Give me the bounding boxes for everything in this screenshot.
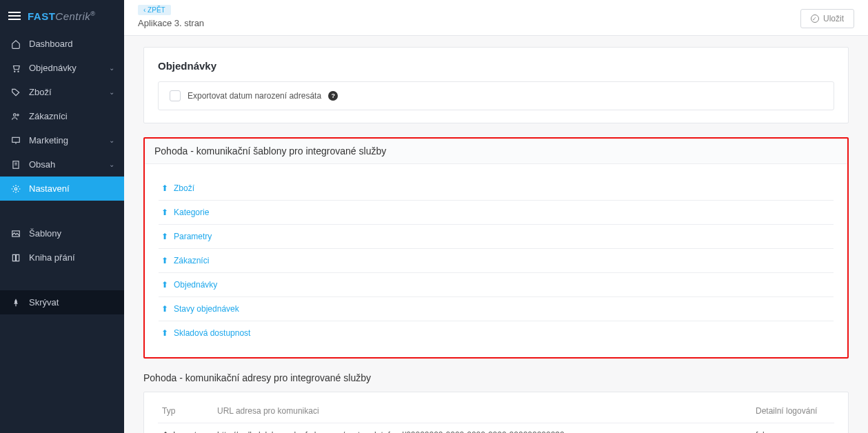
nav-item-marketing[interactable]: Marketing ⌄: [0, 128, 124, 152]
svg-point-3: [17, 114, 19, 115]
svg-point-6: [14, 188, 17, 190]
template-link-stavy[interactable]: ⬆Stavy objednávek: [159, 297, 834, 321]
table-row: ⬆ Import http://radkalalalegerska.fcdemo…: [158, 423, 834, 434]
export-birthdate-row: Exportovat datum narození adresáta ?: [158, 81, 834, 110]
orders-card: Objednávky Exportovat datum narození adr…: [143, 47, 849, 123]
nav-item-kniha-prani[interactable]: Kniha přání: [0, 245, 124, 270]
chevron-down-icon: ⌄: [109, 161, 114, 168]
upload-icon: ⬆: [161, 304, 168, 314]
chevron-down-icon: ⌄: [109, 137, 114, 144]
nav-item-nastaveni[interactable]: Nastavení: [0, 177, 124, 201]
upload-icon: ⬆: [161, 280, 168, 290]
template-link-objednavky[interactable]: ⬆Objednávky: [159, 273, 834, 297]
templates-card: Pohoda - komunikační šablony pro integro…: [143, 137, 849, 359]
template-link-zakaznici[interactable]: ⬆Zákazníci: [159, 249, 834, 273]
nav-item-sablony[interactable]: Šablony: [0, 221, 124, 245]
gear-icon: [10, 184, 22, 194]
tag-icon: [10, 88, 22, 97]
template-link-skladova[interactable]: ⬆Skladová dostupnost: [159, 321, 834, 345]
upload-icon: ⬆: [161, 328, 168, 338]
addresses-table: Typ URL adresa pro komunikaci Detailní l…: [158, 399, 834, 433]
users-icon: [10, 112, 22, 121]
home-icon: [10, 39, 22, 49]
nav-item-obsah[interactable]: Obsah ⌄: [0, 152, 124, 177]
nav-item-zakaznici[interactable]: Zákazníci: [0, 104, 124, 128]
addresses-title: Pohoda - komunikační adresy pro integrov…: [143, 372, 849, 383]
template-link-zbozi[interactable]: ⬆Zboží: [159, 177, 834, 201]
col-url: URL adresa pro komunikaci: [213, 399, 751, 423]
info-icon[interactable]: ?: [328, 91, 338, 101]
template-link-kategorie[interactable]: ⬆Kategorie: [159, 201, 834, 225]
menu-toggle-icon[interactable]: [8, 10, 21, 22]
addresses-card: Typ URL adresa pro komunikaci Detailní l…: [143, 392, 849, 433]
svg-point-1: [18, 71, 19, 72]
upload-icon: ⬆: [162, 430, 169, 433]
templates-title: Pohoda - komunikační šablony pro integro…: [145, 139, 847, 164]
col-typ: Typ: [158, 399, 213, 423]
export-birthdate-label: Exportovat datum narození adresáta: [188, 91, 321, 101]
upload-icon: ⬆: [161, 183, 168, 193]
upload-icon: ⬆: [161, 208, 168, 217]
sidebar-header: FASTCentrik®: [0, 0, 124, 32]
upload-icon: ⬆: [161, 232, 168, 241]
topbar: ‹ ZPĚT Aplikace 3. stran ✓ Uložit: [124, 0, 868, 36]
logo: FASTCentrik®: [28, 10, 96, 22]
svg-rect-4: [12, 137, 20, 142]
chevron-down-icon: ⌄: [109, 64, 114, 72]
template-link-parametry[interactable]: ⬆Parametry: [159, 225, 834, 249]
nav-item-dashboard[interactable]: Dashboard: [0, 32, 124, 56]
nav-item-skryvat[interactable]: Skrývat: [0, 290, 124, 314]
book-icon: [10, 253, 22, 263]
export-birthdate-checkbox[interactable]: [170, 90, 181, 101]
image-icon: [10, 229, 22, 239]
page-title: Aplikace 3. stran: [138, 18, 204, 28]
svg-point-0: [14, 71, 15, 72]
sidebar: FASTCentrik® Dashboard Objednávky ⌄ Zbož…: [0, 0, 124, 433]
chevron-down-icon: ⌄: [109, 88, 114, 96]
nav-item-objednavky[interactable]: Objednávky ⌄: [0, 56, 124, 80]
upload-icon: ⬆: [161, 256, 168, 265]
col-log: Detailní logování: [751, 399, 834, 423]
nav-item-zbozi[interactable]: Zboží ⌄: [0, 80, 124, 104]
save-button[interactable]: ✓ Uložit: [800, 9, 854, 28]
back-button[interactable]: ‹ ZPĚT: [138, 5, 171, 15]
document-icon: [10, 160, 22, 170]
cart-icon: [10, 63, 22, 73]
nav-list: Dashboard Objednávky ⌄ Zboží ⌄ Zákazníci…: [0, 32, 124, 314]
main: ‹ ZPĚT Aplikace 3. stran ✓ Uložit Objedn…: [124, 0, 868, 433]
content: Objednávky Exportovat datum narození adr…: [124, 36, 868, 433]
presentation-icon: [10, 136, 22, 145]
pin-icon: [10, 298, 22, 308]
orders-title: Objednávky: [158, 60, 834, 72]
check-icon: ✓: [811, 14, 819, 23]
templates-list: ⬆Zboží ⬆Kategorie ⬆Parametry ⬆Zákazníci …: [159, 177, 834, 345]
svg-point-2: [14, 113, 17, 116]
